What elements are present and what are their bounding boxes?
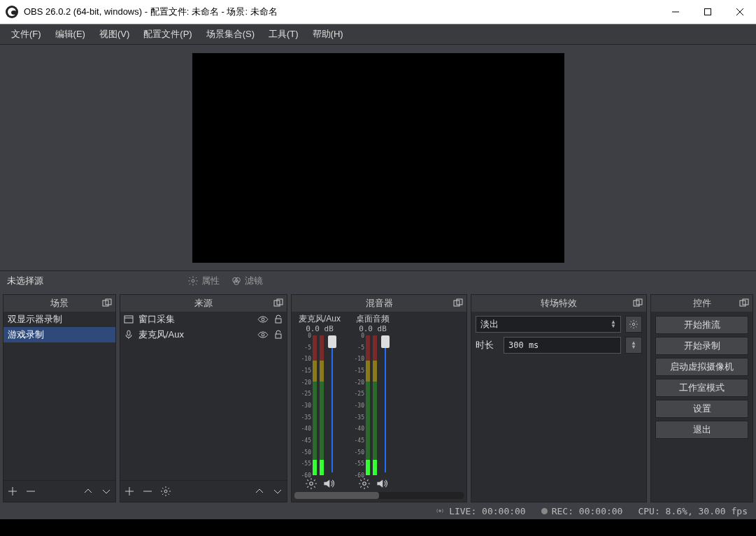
status-rec-text: REC: 00:00:00 <box>552 506 623 516</box>
mixer-channel-settings-button[interactable] <box>305 477 318 492</box>
scene-item[interactable]: 双显示器录制 <box>3 312 115 327</box>
transition-duration-stepper[interactable]: ▲▼ <box>625 337 642 354</box>
start-virtualcam-button[interactable]: 启动虚拟摄像机 <box>655 358 748 376</box>
mixer-scale: 0-5-10-15-20-25-30-35-40-45-50-55-60 <box>300 335 311 475</box>
studio-mode-button[interactable]: 工作室模式 <box>655 379 748 397</box>
controls-header[interactable]: 控件 <box>651 295 753 312</box>
scene-move-up-button[interactable] <box>82 485 94 498</box>
mixer-channel-settings-button[interactable] <box>358 477 371 492</box>
transition-duration-input[interactable]: 300 ms <box>504 337 621 354</box>
properties-button[interactable]: 属性 <box>182 271 225 291</box>
source-move-up-button[interactable] <box>253 485 266 498</box>
mixer-header[interactable]: 混音器 <box>292 295 466 312</box>
source-toolbar: 未选择源 属性 滤镜 <box>0 270 756 291</box>
scene-move-down-button[interactable] <box>100 485 113 498</box>
menu-bar: 文件(F) 编辑(E) 视图(V) 配置文件(P) 场景集合(S) 工具(T) … <box>0 24 756 45</box>
source-item-label: 窗口采集 <box>138 313 253 326</box>
status-live: LIVE: 00:00:00 <box>435 506 526 516</box>
preview-canvas[interactable] <box>192 53 564 263</box>
scenes-title: 场景 <box>50 297 69 310</box>
exit-button[interactable]: 退出 <box>655 421 748 439</box>
source-item[interactable]: 窗口采集 <box>120 312 287 327</box>
mixer-meter-right <box>320 335 324 475</box>
window-capture-icon <box>123 314 134 325</box>
svg-point-29 <box>363 481 366 485</box>
mixer-channel-mute-button[interactable] <box>322 477 334 492</box>
menu-scene-collection[interactable]: 场景集合(S) <box>199 25 262 43</box>
chevron-updown-icon: ▲▼ <box>631 341 636 349</box>
filters-button[interactable]: 滤镜 <box>225 271 269 291</box>
status-rec: REC: 00:00:00 <box>541 506 623 516</box>
scene-add-button[interactable] <box>6 485 19 498</box>
popout-icon[interactable] <box>452 298 464 309</box>
status-bar: LIVE: 00:00:00 REC: 00:00:00 CPU: 8.6%, … <box>0 502 756 519</box>
mixer-fader[interactable] <box>329 335 335 475</box>
mixer-channel-mute-button[interactable] <box>375 477 387 492</box>
svg-rect-15 <box>124 316 133 323</box>
lock-toggle[interactable] <box>273 314 284 325</box>
menu-view[interactable]: 视图(V) <box>92 25 136 43</box>
sources-list[interactable]: 窗口采集麦克风/Aux <box>120 312 287 480</box>
popout-icon[interactable] <box>632 298 643 309</box>
mixer-scrollbar[interactable] <box>294 492 464 499</box>
status-live-text: LIVE: 00:00:00 <box>449 506 526 516</box>
mixer-meter: 0-5-10-15-20-25-30-35-40-45-50-55-60 <box>300 335 339 492</box>
menu-edit[interactable]: 编辑(E) <box>48 25 92 43</box>
transitions-body: 淡出 ▲▼ 时长 300 ms ▲▼ <box>471 312 646 358</box>
source-add-button[interactable] <box>123 485 136 498</box>
source-move-down-button[interactable] <box>271 485 284 498</box>
menu-profile[interactable]: 配置文件(P) <box>136 25 199 43</box>
popout-icon[interactable] <box>101 298 113 309</box>
transition-select[interactable]: 淡出 ▲▼ <box>476 316 621 333</box>
minimize-button[interactable] <box>659 0 692 24</box>
svg-point-32 <box>632 323 635 326</box>
chevron-updown-icon: ▲▼ <box>611 320 616 328</box>
controls-body: 开始推流 开始录制 启动虚拟摄像机 工作室模式 设置 退出 <box>651 312 753 443</box>
scenes-header[interactable]: 场景 <box>3 295 115 312</box>
popout-icon[interactable] <box>739 298 750 309</box>
svg-point-17 <box>262 318 264 321</box>
popout-icon[interactable] <box>273 298 284 309</box>
mixer-meter-right <box>373 335 377 475</box>
lock-toggle[interactable] <box>273 329 284 340</box>
svg-rect-18 <box>276 319 281 323</box>
transition-properties-button[interactable] <box>625 316 642 333</box>
transitions-header[interactable]: 转场特效 <box>471 295 646 312</box>
menu-file[interactable]: 文件(F) <box>4 25 48 43</box>
filters-icon <box>231 275 242 287</box>
scene-remove-button[interactable] <box>24 485 37 498</box>
transitions-title: 转场特效 <box>541 297 577 310</box>
close-button[interactable] <box>724 0 756 24</box>
no-source-selected-label: 未选择源 <box>0 275 182 287</box>
source-remove-button[interactable] <box>141 485 154 498</box>
source-properties-button[interactable] <box>159 485 172 498</box>
start-recording-button[interactable]: 开始录制 <box>655 337 748 355</box>
mixer-meter: 0-5-10-15-20-25-30-35-40-45-50-55-60 <box>353 335 392 492</box>
svg-point-35 <box>438 509 441 512</box>
svg-point-4 <box>192 280 194 282</box>
controls-title: 控件 <box>693 297 711 310</box>
scene-item[interactable]: 游戏录制 <box>3 327 115 342</box>
transition-duration-label: 时长 <box>476 339 499 352</box>
gear-icon <box>187 275 199 287</box>
settings-button[interactable]: 设置 <box>655 400 748 418</box>
source-item[interactable]: 麦克风/Aux <box>120 327 287 342</box>
visibility-toggle[interactable] <box>257 314 269 325</box>
dock-row: 场景 双显示器录制游戏录制 来源 窗口采集麦克风/Aux <box>0 291 756 502</box>
mixer-meter-left <box>366 335 370 475</box>
scenes-list[interactable]: 双显示器录制游戏录制 <box>3 312 115 480</box>
sources-toolbar <box>120 480 287 502</box>
start-streaming-button[interactable]: 开始推流 <box>655 316 748 334</box>
menu-help[interactable]: 帮助(H) <box>306 25 350 43</box>
sources-header[interactable]: 来源 <box>120 295 287 312</box>
controls-dock: 控件 开始推流 开始录制 启动虚拟摄像机 工作室模式 设置 退出 <box>650 294 753 502</box>
mixer-fader[interactable] <box>383 335 388 475</box>
record-dot-icon <box>541 508 548 514</box>
menu-tools[interactable]: 工具(T) <box>262 25 306 43</box>
microphone-icon <box>123 329 134 340</box>
mixer-dock: 混音器 麦克风/Aux0.0 dB0-5-10-15-20-25-30-35-4… <box>291 294 467 502</box>
svg-rect-21 <box>276 334 281 338</box>
broadcast-icon <box>435 506 445 516</box>
maximize-button[interactable] <box>692 0 724 24</box>
visibility-toggle[interactable] <box>257 329 269 340</box>
